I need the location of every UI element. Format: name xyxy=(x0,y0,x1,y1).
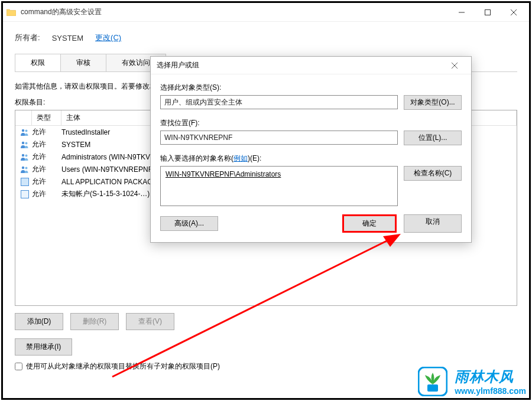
owner-value: SYSTEM xyxy=(52,34,83,43)
example-link[interactable]: 例如 xyxy=(233,154,248,162)
svg-point-11 xyxy=(25,167,28,169)
svg-point-7 xyxy=(25,142,28,144)
object-types-button[interactable]: 对象类型(O)... xyxy=(404,95,462,110)
svg-point-9 xyxy=(25,154,28,157)
svg-rect-17 xyxy=(427,384,438,392)
replace-child-permissions-checkbox[interactable] xyxy=(15,363,22,370)
col-type[interactable]: 类型 xyxy=(32,110,61,125)
main-titlebar: command的高级安全设置 xyxy=(3,3,529,22)
tab-audit[interactable]: 审核 xyxy=(60,54,106,71)
advanced-button[interactable]: 高级(A)... xyxy=(160,216,218,231)
users-icon xyxy=(20,153,30,161)
watermark-url: www.ylmf888.com xyxy=(455,386,526,396)
watermark-name: 雨林木风 xyxy=(455,367,526,386)
dialog-close-button[interactable] xyxy=(444,57,465,74)
disable-inherit-button[interactable]: 禁用继承(I) xyxy=(15,338,72,356)
object-name-label: 输入要选择的对象名称(例如)(E): xyxy=(160,154,462,164)
users-icon xyxy=(20,128,30,136)
remove-button[interactable]: 删除(R) xyxy=(70,313,119,330)
watermark-logo-icon xyxy=(418,367,447,396)
location-field xyxy=(160,131,398,145)
tab-permissions[interactable]: 权限 xyxy=(15,54,61,71)
window-title: command的高级安全设置 xyxy=(21,7,449,17)
view-button[interactable]: 查看(V) xyxy=(126,313,174,330)
folder-icon xyxy=(7,8,16,16)
svg-rect-1 xyxy=(485,9,491,15)
change-owner-link[interactable]: 更改(C) xyxy=(95,32,121,43)
location-label: 查找位置(F): xyxy=(160,118,462,128)
svg-point-5 xyxy=(25,129,28,132)
replace-child-permissions-label: 使用可从此对象继承的权限项目替换所有子对象的权限项目(P) xyxy=(26,361,220,371)
locations-button[interactable]: 位置(L)... xyxy=(404,131,462,145)
cancel-button[interactable]: 取消 xyxy=(404,214,462,233)
unknown-account-icon xyxy=(21,190,29,198)
dialog-titlebar[interactable]: 选择用户或组 xyxy=(151,57,471,74)
owner-label: 所有者: xyxy=(15,32,40,43)
object-type-label: 选择此对象类型(S): xyxy=(160,83,462,93)
svg-point-10 xyxy=(22,166,24,168)
users-icon xyxy=(20,141,30,149)
watermark: 雨林木风 www.ylmf888.com xyxy=(418,367,526,396)
ok-button[interactable]: 确定 xyxy=(342,214,397,233)
users-icon xyxy=(20,165,30,174)
check-names-button[interactable]: 检查名称(C) xyxy=(404,166,462,181)
svg-point-8 xyxy=(22,154,24,156)
select-user-group-dialog: 选择用户或组 选择此对象类型(S): 对象类型(O)... 查找位置(F): 位… xyxy=(150,56,472,243)
package-icon xyxy=(21,178,29,186)
svg-point-6 xyxy=(22,141,24,144)
add-button[interactable]: 添加(D) xyxy=(15,313,63,330)
object-type-field xyxy=(160,95,398,109)
owner-row: 所有者: SYSTEM 更改(C) xyxy=(15,32,517,43)
close-button[interactable] xyxy=(501,4,527,21)
svg-point-4 xyxy=(22,129,24,131)
maximize-button[interactable] xyxy=(475,4,501,21)
object-name-input[interactable]: WIN-N9TKVNREPNF\Administrators xyxy=(160,166,398,206)
minimize-button[interactable] xyxy=(449,4,475,21)
dialog-title: 选择用户或组 xyxy=(157,60,444,70)
